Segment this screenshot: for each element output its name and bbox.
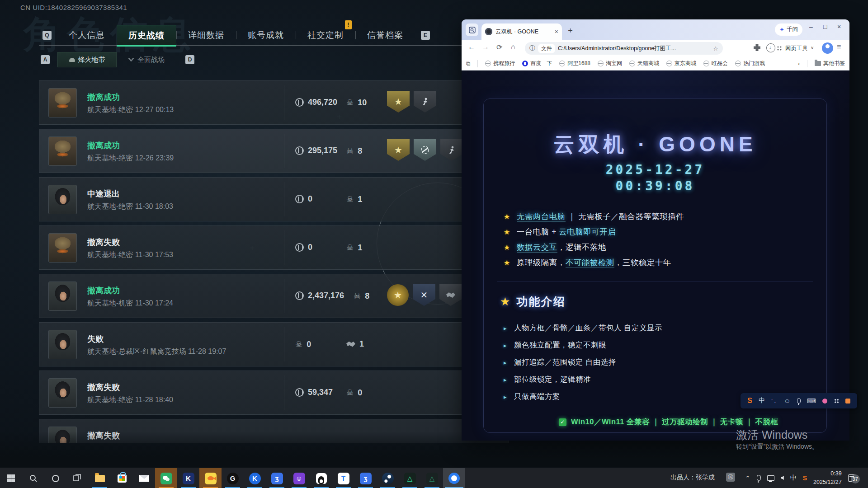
volume-tray-icon[interactable] [781,476,784,480]
triangle-bullet-icon: ▸ [504,325,507,332]
other-bookmarks[interactable]: 其他书签 [815,60,845,67]
task-view-button[interactable] [66,468,89,488]
bookmark-taobao[interactable]: 淘宝网 [598,60,622,67]
sogou-input-toolbar[interactable]: S 中 ’， ☺ ⌨ [741,393,857,408]
download-icon[interactable]: → [766,43,775,52]
profile-avatar[interactable] [822,42,833,54]
tab-achievements[interactable]: 账号成就 [236,25,296,46]
match-row[interactable]: 撤离失败 航天基地-绝密 11-28 18:40 59,347 ☠0 [39,371,509,415]
web-tools-label[interactable]: 网页工具 [785,45,808,52]
skin-icon[interactable] [822,399,827,404]
tab-match-history[interactable]: 历史战绩 [117,25,176,46]
subtab-hazard-zone[interactable]: 烽火地带 [57,52,117,67]
taskbar-clock[interactable]: 0:39 2025/12/27 [813,469,842,486]
workspace-search-icon[interactable] [466,23,478,36]
sogou-logo-icon[interactable]: S [747,397,752,405]
match-badges: ★ [387,91,436,113]
tray-expand-icon[interactable]: ⌃ [745,474,750,482]
qq-button[interactable] [310,468,332,488]
k-video-app-button[interactable]: K [177,468,199,488]
sogou-tray-icon[interactable]: S [803,474,807,482]
keep-k-button[interactable]: K [244,468,266,488]
bookmark-tmall[interactable]: 天猫商城 [629,60,659,67]
bookmark-games[interactable]: 热门游戏 [735,60,765,67]
tab-close-icon[interactable]: × [555,28,558,35]
match-row[interactable]: 撤离成功 航天基地-绝密 12-27 00:13 496,720 ☠10 ★ [39,80,509,125]
tab-detailed-data[interactable]: 详细数据 [176,25,236,46]
file-explorer-button[interactable] [89,468,111,488]
back-button[interactable]: ← [468,43,475,51]
extensions-icon[interactable] [754,44,760,51]
bookmark-ctrip[interactable]: 携程旅行 [485,60,515,67]
taskbar-search[interactable] [22,468,44,488]
microsoft-store-button[interactable] [111,468,133,488]
home-button[interactable]: ⌂ [511,43,515,51]
media-bot-button[interactable]: ☺ [288,468,310,488]
seahorse-app-2-button[interactable]: ʒ [354,468,377,488]
mumu-emulator-2-button[interactable]: △ [421,468,443,488]
g-letter: G [230,474,236,482]
reading-list-icon[interactable]: ⧉ [466,60,470,67]
ime-indicator[interactable]: 中 [790,474,797,482]
qwen-assistant-button[interactable]: ✦ 千问 [775,23,802,36]
seahorse-app-button[interactable]: ʒ [266,468,288,488]
microphone-tray-icon[interactable] [757,475,761,481]
voice-input-icon[interactable] [797,398,801,404]
match-row[interactable]: 撤离失败 [39,419,509,443]
mumu-emulator-button[interactable]: △ [399,468,421,488]
subtab-warfare[interactable]: 全面战场 [117,52,176,67]
page-title: 云双机 · GOONE [484,131,826,159]
mail-button[interactable] [133,468,155,488]
clock-date: 2025/12/27 [813,478,842,486]
tab-reputation[interactable]: 信誉档案 [355,25,415,46]
emoji-icon[interactable]: ☺ [784,397,790,404]
quark-browser-button[interactable] [443,468,465,488]
settings-icon[interactable] [845,399,850,404]
menu-icon[interactable]: ≡ [837,43,841,51]
bookmark-vip[interactable]: 唯品会 [703,60,728,67]
notification-center-icon[interactable]: 37 [848,474,856,482]
ime-mode-icon[interactable]: 中 [759,397,765,405]
logitech-g-button[interactable]: G [222,468,244,488]
bookmark-star-icon[interactable]: ☆ [713,45,718,52]
xianyu-button[interactable] [199,468,222,488]
cortana-button[interactable] [44,468,66,488]
match-row[interactable]: 撤离失败 航天基地-绝密 11-30 17:53 0 ☠1 [39,225,509,270]
wechat-button[interactable] [155,468,177,488]
bookmarks-overflow-chevron[interactable]: › [798,61,800,67]
bookmark-1688[interactable]: 阿里1688 [559,60,590,67]
feature-text: 颜色独立配置，稳定不刺眼 [514,341,606,349]
match-row[interactable]: 失败 航天基地-总裁区-红鼠窝竞技场 11-28 19:07 ☠0 1 [39,322,509,366]
close-button[interactable]: × [837,23,841,30]
url-text[interactable]: C:/Users/Administrator/Desktop/goone打图工.… [558,45,710,52]
reload-button[interactable]: ⟳ [496,43,502,52]
address-bar[interactable]: ⓘ 文件 C:/Users/Administrator/Desktop/goon… [525,42,723,55]
star-icon: ★ [504,259,510,267]
network-tray-icon[interactable] [767,475,774,481]
bookmark-baidu[interactable]: 百度一下 [522,60,552,67]
handshake-badge [439,284,462,306]
minimize-button[interactable]: – [809,23,813,30]
match-row[interactable]: 撤离成功 航天基地-绝密 12-26 23:39 295,175 ☠8 ★ [39,129,509,173]
new-tab-button[interactable]: ＋ [566,25,574,35]
tab-personal-info[interactable]: 个人信息 [57,25,117,46]
toolbox-grid-icon[interactable] [834,399,839,404]
match-row[interactable]: 撤离成功 航天基地-机密 11-30 17:24 2,437,176 ☠8 ★ … [39,274,509,318]
apps-grid-icon[interactable] [777,46,782,51]
match-row[interactable]: 中途退出 航天基地-绝密 11-30 18:03 0 ☠1 [39,177,509,221]
check-mark: ✓ [560,419,565,425]
bookmark-jd[interactable]: 京东商城 [666,60,696,67]
tencent-docs-button[interactable]: T [332,468,354,488]
keyboard-icon[interactable]: ⌨ [807,397,816,404]
info-icon[interactable]: ⓘ [529,44,535,52]
chevron-down-icon[interactable]: ∨ [811,45,814,50]
start-button[interactable] [0,468,22,488]
steam-button[interactable] [377,468,399,488]
browser-active-tab[interactable]: 云双机 · GOONE × [481,23,562,40]
punctuation-icon[interactable]: ’， [771,398,777,404]
maximize-button[interactable]: □ [823,23,827,30]
forward-button[interactable]: → [482,43,489,51]
section-label: 功能介绍 [516,295,565,308]
star-icon: ★ [394,145,402,155]
star-icon: ★ [504,244,510,251]
